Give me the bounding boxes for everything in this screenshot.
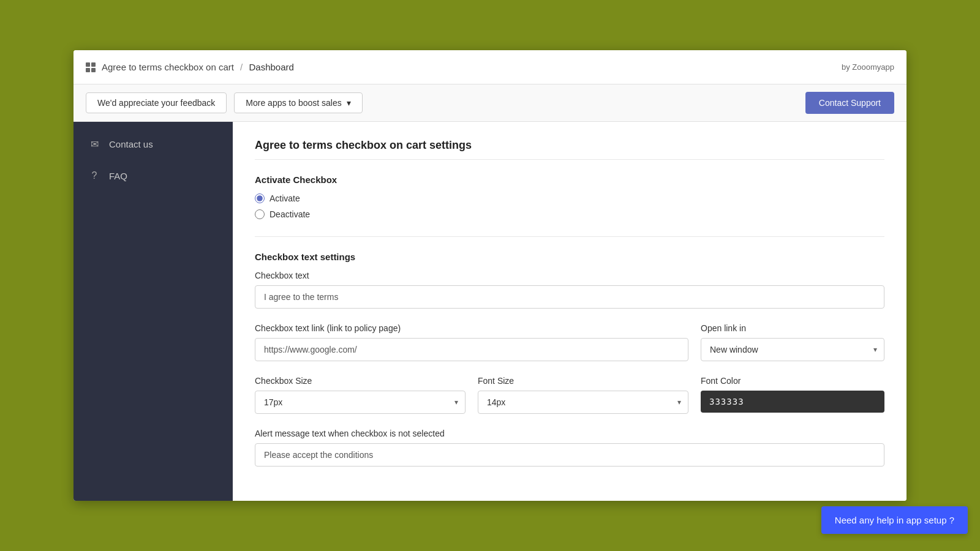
checkbox-size-select-wrapper: 17px 16px 18px 20px	[255, 391, 466, 414]
open-link-select-wrapper: New window Same window	[701, 338, 884, 361]
more-apps-label: More apps to boost sales	[246, 98, 341, 108]
checkbox-size-select[interactable]: 17px 16px 18px 20px	[255, 391, 466, 414]
radio-deactivate-input[interactable]	[255, 209, 265, 219]
radio-activate-label: Activate	[270, 193, 300, 203]
sidebar: ✉ Contact us ? FAQ	[74, 122, 233, 501]
alert-field: Alert message text when checkbox is not …	[255, 429, 884, 467]
checkbox-text-field: Checkbox text	[255, 271, 884, 309]
by-label: by Zooomyapp	[842, 62, 894, 72]
sidebar-item-faq[interactable]: ? FAQ	[74, 160, 233, 192]
open-link-select[interactable]: New window Same window	[701, 338, 884, 361]
font-size-field: Font Size 14px 12px 16px 18px	[478, 376, 688, 414]
size-color-row: Checkbox Size 17px 16px 18px 20px Font S…	[255, 376, 884, 429]
dropdown-icon: ▾	[347, 98, 351, 108]
page-title: Agree to terms checkbox on cart settings	[255, 139, 884, 160]
sidebar-item-contact-us[interactable]: ✉ Contact us	[74, 128, 233, 160]
contact-support-button[interactable]: Contact Support	[805, 92, 894, 114]
help-banner[interactable]: Need any help in app setup ?	[821, 506, 968, 534]
text-settings-section: Checkbox text settings Checkbox text Che…	[255, 252, 884, 467]
font-color-label: Font Color	[701, 376, 884, 386]
alert-label: Alert message text when checkbox is not …	[255, 429, 884, 438]
open-link-field: Open link in New window Same window	[701, 323, 884, 361]
open-link-label: Open link in	[701, 323, 884, 333]
checkbox-text-input[interactable]	[255, 285, 884, 309]
top-bar-left: Agree to terms checkbox on cart / Dashbo…	[86, 62, 294, 72]
section-divider	[255, 236, 884, 237]
font-size-select[interactable]: 14px 12px 16px 18px	[478, 391, 688, 414]
font-color-field: Font Color 333333	[701, 376, 884, 413]
checkbox-text-label: Checkbox text	[255, 271, 884, 280]
breadcrumb: Agree to terms checkbox on cart / Dashbo…	[102, 62, 294, 72]
more-apps-button[interactable]: More apps to boost sales ▾	[234, 92, 362, 113]
sidebar-item-label-contact-us: Contact us	[109, 139, 153, 149]
breadcrumb-app: Agree to terms checkbox on cart	[102, 62, 234, 72]
activate-title: Activate Checkbox	[255, 174, 884, 185]
alert-input[interactable]	[255, 443, 884, 467]
app-window: Agree to terms checkbox on cart / Dashbo…	[74, 50, 907, 501]
checkbox-size-field: Checkbox Size 17px 16px 18px 20px	[255, 376, 466, 414]
radio-deactivate-label: Deactivate	[270, 209, 310, 219]
main-layout: ✉ Contact us ? FAQ Agree to terms checkb…	[74, 122, 907, 501]
text-settings-title: Checkbox text settings	[255, 252, 884, 262]
radio-activate[interactable]: Activate	[255, 193, 884, 203]
font-size-label: Font Size	[478, 376, 688, 386]
radio-activate-input[interactable]	[255, 193, 265, 203]
radio-deactivate[interactable]: Deactivate	[255, 209, 884, 219]
link-input[interactable]	[255, 338, 688, 361]
content-area: Agree to terms checkbox on cart settings…	[233, 122, 907, 501]
checkbox-size-label: Checkbox Size	[255, 376, 466, 386]
link-label: Checkbox text link (link to policy page)	[255, 323, 688, 333]
font-size-select-wrapper: 14px 12px 16px 18px	[478, 391, 688, 414]
link-row: Checkbox text link (link to policy page)…	[255, 323, 884, 376]
question-icon: ?	[88, 170, 100, 182]
feedback-button[interactable]: We'd appreciate your feedback	[86, 92, 227, 113]
sidebar-item-label-faq: FAQ	[109, 171, 127, 181]
toolbar: We'd appreciate your feedback More apps …	[74, 84, 907, 122]
activate-section: Activate Checkbox Activate Deactivate	[255, 174, 884, 219]
grid-icon	[86, 62, 96, 72]
top-bar: Agree to terms checkbox on cart / Dashbo…	[74, 50, 907, 84]
breadcrumb-separator: /	[240, 62, 243, 72]
link-field: Checkbox text link (link to policy page)	[255, 323, 688, 361]
activate-radio-group: Activate Deactivate	[255, 193, 884, 219]
breadcrumb-current: Dashboard	[249, 62, 293, 72]
email-icon: ✉	[88, 138, 100, 150]
font-color-display[interactable]: 333333	[701, 391, 884, 413]
